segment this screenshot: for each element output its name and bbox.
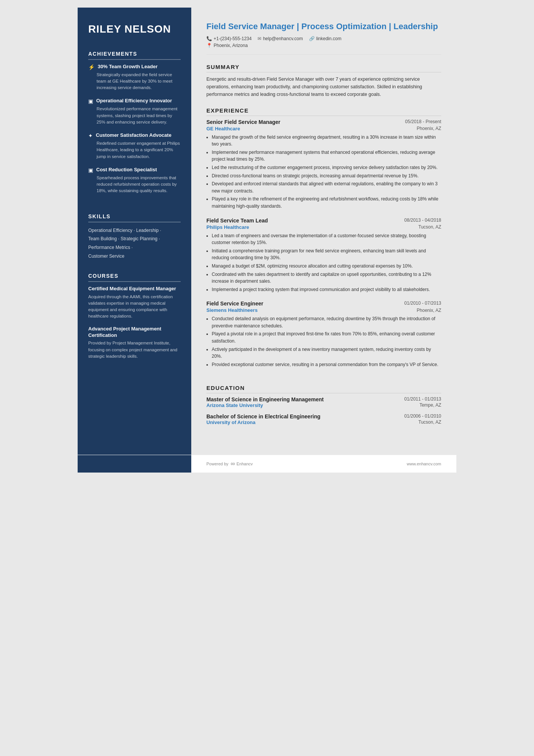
edu-header-2: Bachelor of Science in Electrical Engine… [206,413,441,419]
linkedin-url: linkedin.com [316,36,342,41]
edu-item-2: Bachelor of Science in Electrical Engine… [206,413,441,425]
exp-header-1: Senior Field Service Manager 05/2018 - P… [206,119,441,125]
phone-icon: 📞 [206,36,212,41]
exp-header-3: Field Service Engineer 01/2010 - 07/2013 [206,301,441,307]
phone-item: 📞 +1-(234)-555-1234 [206,36,251,41]
experience-section: EXPERIENCE Senior Field Service Manager … [206,107,441,376]
bullet-2-1: Led a team of engineers and oversaw the … [212,232,441,246]
exp-sub-1: GE Healthcare Phoenix, AZ [206,126,441,131]
edu-school-1: Arizona State University [206,402,263,408]
footer-website: www.enhancv.com [407,462,441,466]
edu-sub-1: Arizona State University Tempe, AZ [206,402,441,408]
skills-title: SKILLS [88,213,181,222]
experience-title: EXPERIENCE [206,107,441,116]
achievement-item-4: ▣ Cost Reduction Specialist Spearheaded … [88,167,181,194]
contact-row: 📞 +1-(234)-555-1234 ✉ help@enhancv.com 🔗… [206,36,441,41]
enhancv-infinity-icon: ∞ [231,460,235,467]
edu-item-1: Master of Science in Engineering Managem… [206,396,441,408]
summary-title: SUMMARY [206,64,441,72]
exp-dates-1: 05/2018 - Present [405,119,441,124]
courses-section: COURSES Certified Medical Equipment Mana… [88,273,181,366]
course-desc-1: Acquired through the AAMI, this certific… [88,294,181,320]
achievement-item-2: ▣ Operational Efficiency Innovator Revol… [88,98,181,125]
achievement-icon-4: ▣ [88,167,93,173]
achievement-title-3: Customer Satisfaction Advocate [96,132,172,139]
sidebar: RILEY NELSON ACHIEVEMENTS ⚡ 30% Team Gro… [78,8,191,455]
edu-dates-2: 01/2006 - 01/2010 [404,413,441,419]
courses-title: COURSES [88,273,181,282]
exp-role-3: Field Service Engineer [206,301,263,307]
education-section: EDUCATION Master of Science in Engineeri… [206,385,441,430]
linkedin-item: 🔗 linkedin.com [309,36,342,41]
location-text: Phoenix, Arizona [214,43,248,48]
exp-item-2: Field Service Team Lead 08/2013 - 04/201… [206,218,441,293]
achievement-header-3: ✦ Customer Satisfaction Advocate [88,132,181,139]
email-item: ✉ help@enhancv.com [258,36,303,41]
bullet-2-4: Coordinated with the sales department to… [212,271,441,285]
achievement-title-2: Operational Efficiency Innovator [96,98,172,104]
resume-body: RILEY NELSON ACHIEVEMENTS ⚡ 30% Team Gro… [78,8,456,455]
exp-bullets-2: Led a team of engineers and oversaw the … [206,232,441,293]
enhancv-logo: ∞ Enhancv [231,460,253,467]
summary-text: Energetic and results-driven Field Servi… [206,75,441,98]
edu-sub-2: University of Arizona Tucson, AZ [206,419,441,425]
resume-footer: Powered by ∞ Enhancv www.enhancv.com [78,455,456,473]
achievement-desc-2: Revolutionized performance management sy… [88,106,181,125]
exp-item-3: Field Service Engineer 01/2010 - 07/2013… [206,301,441,368]
edu-school-2: University of Arizona [206,419,256,425]
footer-left: Powered by ∞ Enhancv [206,460,253,467]
bullet-1-2: Implemented new performance management s… [212,149,441,163]
edu-degree-2: Bachelor of Science in Electrical Engine… [206,413,320,419]
skill-line-3: Performance Metrics · [88,243,181,252]
edu-location-1: Tempe, AZ [420,402,441,408]
course-item-1: Certified Medical Equipment Manager Acqu… [88,286,181,320]
skill-line-4: Customer Service [88,252,181,261]
exp-item-1: Senior Field Service Manager 05/2018 - P… [206,119,441,210]
achievement-item-3: ✦ Customer Satisfaction Advocate Redefin… [88,132,181,160]
bullet-2-5: Implemented a project tracking system th… [212,286,441,293]
course-desc-2: Provided by Project Management Institute… [88,340,181,360]
exp-company-1: GE Healthcare [206,126,240,131]
exp-role-2: Field Service Team Lead [206,218,268,224]
email-address: help@enhancv.com [263,36,303,41]
course-title-2: Advanced Project Management Certificatio… [88,326,181,339]
skill-line-1: Operational Efficiency · Leadership · [88,226,181,235]
exp-sub-3: Siemens Healthineers Phoenix, AZ [206,307,441,313]
achievement-header-4: ▣ Cost Reduction Specialist [88,167,181,173]
achievements-section: ACHIEVEMENTS ⚡ 30% Team Growth Leader St… [88,51,181,201]
skills-text: Operational Efficiency · Leadership · Te… [88,226,181,261]
exp-dates-2: 08/2013 - 04/2018 [404,218,441,223]
bullet-3-4: Provided exceptional customer service, r… [212,361,441,368]
main-header: Field Service Manager | Process Optimiza… [206,21,441,55]
exp-location-3: Phoenix, AZ [417,308,441,313]
edu-location-2: Tucson, AZ [418,419,441,425]
email-icon: ✉ [258,36,261,41]
exp-bullets-3: Conducted detailed analysis on equipment… [206,315,441,368]
achievement-item-1: ⚡ 30% Team Growth Leader Strategically e… [88,64,181,91]
achievement-header-2: ▣ Operational Efficiency Innovator [88,98,181,104]
achievement-icon-2: ▣ [88,98,93,104]
bullet-1-5: Developed and enforced internal standard… [212,180,441,194]
achievement-icon-1: ⚡ [88,64,95,70]
achievement-desc-1: Strategically expanded the field service… [88,72,181,91]
course-item-2: Advanced Project Management Certificatio… [88,326,181,360]
course-title-1: Certified Medical Equipment Manager [88,286,181,292]
achievement-icon-3: ✦ [88,133,93,139]
bullet-1-3: Led the restructuring of the customer en… [212,164,441,171]
enhancv-brand: Enhancv [237,462,253,466]
linkedin-icon: 🔗 [309,36,315,41]
summary-section: SUMMARY Energetic and results-driven Fie… [206,64,441,98]
main-content: Field Service Manager | Process Optimiza… [191,8,456,455]
skill-line-2: Team Building · Strategic Planning · [88,235,181,243]
edu-dates-1: 01/2011 - 01/2013 [404,396,441,402]
candidate-name: RILEY NELSON [88,23,181,36]
achievement-title-1: 30% Team Growth Leader [98,64,158,70]
exp-sub-2: Philips Healthcare Tucson, AZ [206,224,441,230]
bullet-1-1: Managed the growth of the field service … [212,134,441,148]
bullet-2-3: Managed a budget of $2M, optimizing reso… [212,263,441,270]
powered-by-label: Powered by [206,462,228,466]
exp-role-1: Senior Field Service Manager [206,119,280,125]
exp-header-2: Field Service Team Lead 08/2013 - 04/201… [206,218,441,224]
edu-degree-1: Master of Science in Engineering Managem… [206,396,324,402]
bullet-1-4: Directed cross-functional teams on strat… [212,172,441,180]
